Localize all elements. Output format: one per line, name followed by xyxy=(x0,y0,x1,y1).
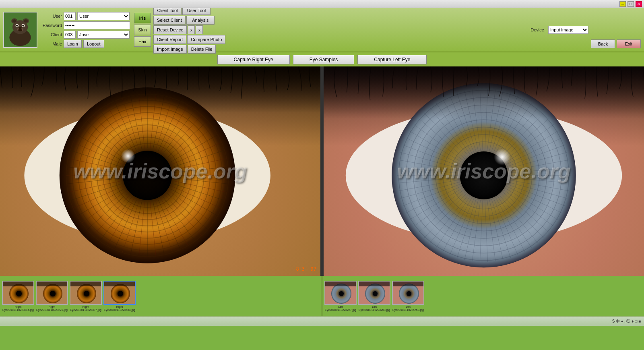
user-id-input[interactable] xyxy=(64,12,76,20)
eyes-divider xyxy=(320,66,324,276)
x1-button[interactable]: x xyxy=(188,25,195,34)
action-row-3: Reset Device x x xyxy=(153,25,225,34)
svg-point-9 xyxy=(16,25,18,27)
svg-point-6 xyxy=(24,19,28,23)
thumbnails-area: Right Eye20180110223214.jpgRight Eye2018… xyxy=(0,276,644,316)
list-item: Right Eye20180110223214.jpg xyxy=(2,305,34,311)
list-item: Right Eye20180110223337.jpg xyxy=(70,305,102,311)
device-area: Device : Input image Camera 1 Camera 2 xyxy=(530,26,588,34)
list-item: Right Eye20180110223454.jpg xyxy=(103,305,136,311)
action-row-4: Client Report Compare Photo xyxy=(153,35,225,44)
device-label: Device : xyxy=(530,27,547,32)
minimize-button[interactable]: ─ xyxy=(619,1,626,7)
iris-button[interactable]: Iris xyxy=(134,13,151,23)
nav-buttons: Back Exit xyxy=(591,11,641,48)
left-eye-canvas xyxy=(324,66,644,276)
user-form: User User Password Client Jose Male Logi… xyxy=(40,12,130,48)
capture-left-tab[interactable]: Capture Left Eye xyxy=(357,55,427,64)
hair-button[interactable]: Hair xyxy=(134,36,151,47)
action-row-5: Import Image Delete File xyxy=(153,45,225,54)
list-item[interactable]: Right Eye20180110223337.jpg xyxy=(70,281,102,311)
password-label: Password xyxy=(40,23,62,28)
gender-label: Male xyxy=(40,41,62,46)
close-button[interactable]: ✕ xyxy=(636,1,642,7)
action-row-2: Select Client Analysis xyxy=(153,16,225,25)
list-item[interactable]: Right Eye20180110223454.jpg xyxy=(103,281,136,311)
device-select[interactable]: Input image Camera 1 Camera 2 xyxy=(548,26,588,34)
x2-button[interactable]: x xyxy=(196,25,203,34)
client-row: Client Jose xyxy=(40,31,130,39)
delete-file-button[interactable]: Delete File xyxy=(188,45,216,54)
select-client-button[interactable]: Select Client xyxy=(153,16,186,25)
list-item[interactable]: Right Eye20180110223214.jpg xyxy=(2,281,34,311)
analysis-button[interactable]: Analysis xyxy=(186,16,215,25)
user-label: User xyxy=(40,14,62,19)
titlebar: ─ □ ✕ xyxy=(0,0,644,8)
reset-device-button[interactable]: Reset Device xyxy=(153,25,187,34)
svg-point-13 xyxy=(19,27,22,29)
list-item[interactable]: Left Eye20180110223227.jpg xyxy=(324,281,357,311)
right-thumb-strip: Left Eye20180110223227.jpgLeft Eye201801… xyxy=(322,276,644,316)
svg-point-10 xyxy=(22,25,24,27)
capture-right-tab[interactable]: Capture Right Eye xyxy=(217,55,290,64)
list-item[interactable]: Right Eye20180110223221.jpg xyxy=(36,281,68,311)
eye-samples-tab[interactable]: Eye Samples xyxy=(293,55,355,64)
list-item[interactable]: Left Eye20180110223258.jpg xyxy=(358,281,390,311)
logout-button[interactable]: Logout xyxy=(83,40,104,48)
device-row: Device : Input image Camera 1 Camera 2 xyxy=(530,26,588,34)
list-item: Left Eye20180110225750.jpg xyxy=(392,305,424,311)
back-button[interactable]: Back xyxy=(591,39,615,48)
exit-button[interactable]: Exit xyxy=(617,39,641,48)
client-label: Client xyxy=(40,32,62,37)
right-eye-panel: www.iriscope.org 8 3' 97 xyxy=(0,66,320,276)
password-input[interactable] xyxy=(64,21,130,29)
list-item: Right Eye20180110223221.jpg xyxy=(36,305,68,311)
user-select[interactable]: User xyxy=(77,12,130,20)
import-image-button[interactable]: Import Image xyxy=(153,45,187,54)
statusbar: S 中 ♦ , ⑤ ♦ □ ■ xyxy=(0,316,644,326)
client-report-button[interactable]: Client Report xyxy=(153,35,186,44)
eyes-area: www.iriscope.org 8 3' 97 www.iriscope.or… xyxy=(0,66,644,276)
maximize-button[interactable]: □ xyxy=(627,1,634,7)
timestamp-left: 8 3' 97 xyxy=(296,266,316,272)
login-button[interactable]: Login xyxy=(64,40,82,48)
action-buttons: Client Tool User Tool Select Client Anal… xyxy=(153,6,225,54)
compare-photo-button[interactable]: Compare Photo xyxy=(187,35,225,44)
list-item[interactable]: Left Eye20180110225750.jpg xyxy=(392,281,424,311)
body-buttons: Iris Skin Hair xyxy=(134,13,151,47)
tab-bar: Capture Right Eye Eye Samples Capture Le… xyxy=(0,52,644,66)
client-select[interactable]: Jose xyxy=(77,31,130,39)
user-photo xyxy=(3,12,37,48)
right-eye-canvas xyxy=(0,66,320,276)
client-id-input[interactable] xyxy=(64,31,76,39)
password-row: Password xyxy=(40,21,130,29)
user-row: User User xyxy=(40,12,130,20)
skin-button[interactable]: Skin xyxy=(134,25,151,35)
top-panel: User User Password Client Jose Male Logi… xyxy=(0,8,644,52)
svg-point-12 xyxy=(18,29,22,31)
status-text: S 中 ♦ , ⑤ ♦ □ ■ xyxy=(612,319,641,324)
svg-point-5 xyxy=(12,19,17,23)
left-thumb-strip: Right Eye20180110223214.jpgRight Eye2018… xyxy=(0,276,322,316)
gender-row: Male Login Logout xyxy=(40,40,130,48)
left-eye-panel: www.iriscope.org xyxy=(324,66,644,276)
list-item: Left Eye20180110223227.jpg xyxy=(324,305,357,311)
list-item: Left Eye20180110223258.jpg xyxy=(358,305,390,311)
